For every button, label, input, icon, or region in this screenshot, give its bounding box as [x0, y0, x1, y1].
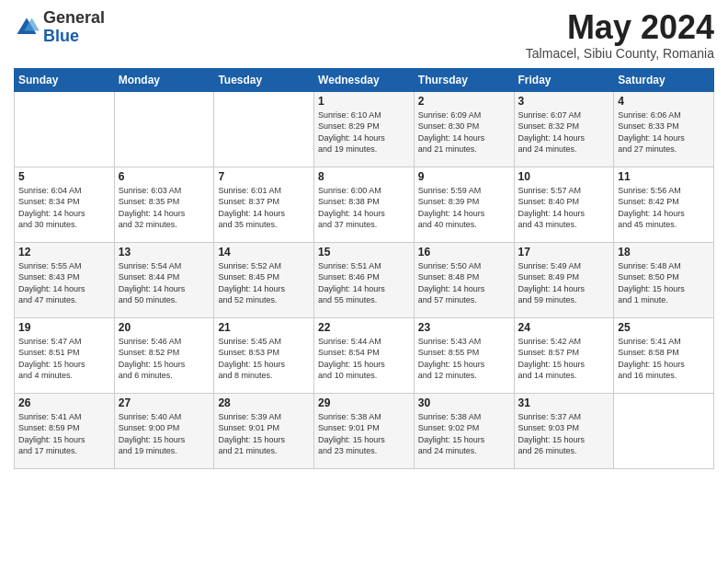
- calendar-cell: 7Sunrise: 6:01 AM Sunset: 8:37 PM Daylig…: [214, 167, 314, 242]
- day-header-friday: Friday: [514, 68, 614, 91]
- calendar-week-2: 5Sunrise: 6:04 AM Sunset: 8:34 PM Daylig…: [15, 167, 714, 242]
- calendar-cell: 17Sunrise: 5:49 AM Sunset: 8:49 PM Dayli…: [514, 242, 614, 317]
- calendar-week-5: 26Sunrise: 5:41 AM Sunset: 8:59 PM Dayli…: [15, 393, 714, 468]
- day-number: 2: [418, 95, 510, 108]
- month-year-title: May 2024: [526, 9, 714, 46]
- day-number: 14: [218, 246, 310, 259]
- day-number: 15: [318, 246, 410, 259]
- calendar-cell: 4Sunrise: 6:06 AM Sunset: 8:33 PM Daylig…: [614, 91, 714, 167]
- calendar-cell: 5Sunrise: 6:04 AM Sunset: 8:34 PM Daylig…: [15, 167, 115, 242]
- day-number: 25: [618, 321, 710, 334]
- calendar-cell: 27Sunrise: 5:40 AM Sunset: 9:00 PM Dayli…: [114, 393, 214, 468]
- title-block: May 2024 Talmacel, Sibiu County, Romania: [526, 9, 714, 61]
- day-number: 30: [418, 396, 510, 409]
- day-info: Sunrise: 5:57 AM Sunset: 8:40 PM Dayligh…: [518, 185, 610, 231]
- day-header-sunday: Sunday: [15, 68, 115, 91]
- day-number: 18: [618, 246, 710, 259]
- calendar-cell: 29Sunrise: 5:38 AM Sunset: 9:01 PM Dayli…: [314, 393, 415, 468]
- day-number: 29: [318, 396, 410, 409]
- calendar-cell: 3Sunrise: 6:07 AM Sunset: 8:32 PM Daylig…: [514, 91, 614, 167]
- day-info: Sunrise: 5:40 AM Sunset: 9:00 PM Dayligh…: [119, 411, 210, 457]
- day-info: Sunrise: 5:49 AM Sunset: 8:49 PM Dayligh…: [518, 260, 610, 306]
- day-number: 21: [218, 321, 310, 334]
- day-info: Sunrise: 6:04 AM Sunset: 8:34 PM Dayligh…: [18, 185, 110, 231]
- day-header-thursday: Thursday: [414, 68, 514, 91]
- calendar-body: 1Sunrise: 6:10 AM Sunset: 8:29 PM Daylig…: [15, 91, 714, 468]
- calendar-cell: [114, 91, 214, 167]
- day-header-tuesday: Tuesday: [214, 68, 314, 91]
- calendar-cell: [614, 393, 714, 468]
- day-info: Sunrise: 5:54 AM Sunset: 8:44 PM Dayligh…: [119, 260, 210, 306]
- calendar-cell: 1Sunrise: 6:10 AM Sunset: 8:29 PM Daylig…: [314, 91, 415, 167]
- day-number: 31: [518, 396, 610, 409]
- calendar-header: SundayMondayTuesdayWednesdayThursdayFrid…: [15, 68, 714, 91]
- calendar-cell: 15Sunrise: 5:51 AM Sunset: 8:46 PM Dayli…: [314, 242, 415, 317]
- day-number: 13: [119, 246, 210, 259]
- calendar-cell: 26Sunrise: 5:41 AM Sunset: 8:59 PM Dayli…: [15, 393, 115, 468]
- days-header-row: SundayMondayTuesdayWednesdayThursdayFrid…: [15, 68, 714, 91]
- page-header: General Blue May 2024 Talmacel, Sibiu Co…: [14, 9, 714, 61]
- day-number: 1: [318, 95, 410, 108]
- day-number: 23: [418, 321, 510, 334]
- calendar-cell: 30Sunrise: 5:38 AM Sunset: 9:02 PM Dayli…: [414, 393, 514, 468]
- day-number: 20: [119, 321, 210, 334]
- calendar-cell: 11Sunrise: 5:56 AM Sunset: 8:42 PM Dayli…: [614, 167, 714, 242]
- calendar-cell: 13Sunrise: 5:54 AM Sunset: 8:44 PM Dayli…: [114, 242, 214, 317]
- day-number: 28: [218, 396, 310, 409]
- day-info: Sunrise: 5:37 AM Sunset: 9:03 PM Dayligh…: [518, 411, 610, 457]
- day-number: 4: [618, 95, 710, 108]
- day-number: 12: [18, 246, 110, 259]
- day-info: Sunrise: 5:45 AM Sunset: 8:53 PM Dayligh…: [218, 336, 310, 382]
- day-number: 11: [618, 170, 710, 183]
- day-info: Sunrise: 5:50 AM Sunset: 8:48 PM Dayligh…: [418, 260, 510, 306]
- calendar-cell: 18Sunrise: 5:48 AM Sunset: 8:50 PM Dayli…: [614, 242, 714, 317]
- logo-blue-text: Blue: [43, 28, 105, 46]
- day-info: Sunrise: 6:01 AM Sunset: 8:37 PM Dayligh…: [218, 185, 310, 231]
- day-info: Sunrise: 5:39 AM Sunset: 9:01 PM Dayligh…: [218, 411, 310, 457]
- calendar-cell: 20Sunrise: 5:46 AM Sunset: 8:52 PM Dayli…: [114, 317, 214, 393]
- day-header-monday: Monday: [114, 68, 214, 91]
- day-number: 19: [18, 321, 110, 334]
- day-info: Sunrise: 5:38 AM Sunset: 9:01 PM Dayligh…: [318, 411, 410, 457]
- logo-text: General Blue: [43, 9, 105, 46]
- calendar-cell: 23Sunrise: 5:43 AM Sunset: 8:55 PM Dayli…: [414, 317, 514, 393]
- day-info: Sunrise: 6:06 AM Sunset: 8:33 PM Dayligh…: [618, 109, 710, 155]
- day-info: Sunrise: 5:52 AM Sunset: 8:45 PM Dayligh…: [218, 260, 310, 306]
- day-number: 9: [418, 170, 510, 183]
- calendar-cell: 25Sunrise: 5:41 AM Sunset: 8:58 PM Dayli…: [614, 317, 714, 393]
- day-info: Sunrise: 5:38 AM Sunset: 9:02 PM Dayligh…: [418, 411, 510, 457]
- day-number: 8: [318, 170, 410, 183]
- calendar-cell: 10Sunrise: 5:57 AM Sunset: 8:40 PM Dayli…: [514, 167, 614, 242]
- location-subtitle: Talmacel, Sibiu County, Romania: [526, 46, 714, 61]
- day-header-saturday: Saturday: [614, 68, 714, 91]
- calendar-cell: 24Sunrise: 5:42 AM Sunset: 8:57 PM Dayli…: [514, 317, 614, 393]
- calendar-cell: 12Sunrise: 5:55 AM Sunset: 8:43 PM Dayli…: [15, 242, 115, 317]
- calendar-week-1: 1Sunrise: 6:10 AM Sunset: 8:29 PM Daylig…: [15, 91, 714, 167]
- logo: General Blue: [14, 9, 105, 46]
- day-number: 24: [518, 321, 610, 334]
- day-number: 6: [119, 170, 210, 183]
- day-info: Sunrise: 6:10 AM Sunset: 8:29 PM Dayligh…: [318, 109, 410, 155]
- day-number: 10: [518, 170, 610, 183]
- calendar-week-4: 19Sunrise: 5:47 AM Sunset: 8:51 PM Dayli…: [15, 317, 714, 393]
- day-info: Sunrise: 5:59 AM Sunset: 8:39 PM Dayligh…: [418, 185, 510, 231]
- calendar-cell: 9Sunrise: 5:59 AM Sunset: 8:39 PM Daylig…: [414, 167, 514, 242]
- day-info: Sunrise: 5:41 AM Sunset: 8:59 PM Dayligh…: [18, 411, 110, 457]
- day-info: Sunrise: 5:47 AM Sunset: 8:51 PM Dayligh…: [18, 336, 110, 382]
- calendar-cell: 31Sunrise: 5:37 AM Sunset: 9:03 PM Dayli…: [514, 393, 614, 468]
- day-header-wednesday: Wednesday: [314, 68, 415, 91]
- day-info: Sunrise: 6:03 AM Sunset: 8:35 PM Dayligh…: [119, 185, 210, 231]
- day-info: Sunrise: 6:09 AM Sunset: 8:30 PM Dayligh…: [418, 109, 510, 155]
- calendar-week-3: 12Sunrise: 5:55 AM Sunset: 8:43 PM Dayli…: [15, 242, 714, 317]
- day-number: 7: [218, 170, 310, 183]
- logo-icon: [14, 15, 40, 40]
- day-info: Sunrise: 6:00 AM Sunset: 8:38 PM Dayligh…: [318, 185, 410, 231]
- day-info: Sunrise: 5:44 AM Sunset: 8:54 PM Dayligh…: [318, 336, 410, 382]
- day-number: 17: [518, 246, 610, 259]
- calendar-cell: 6Sunrise: 6:03 AM Sunset: 8:35 PM Daylig…: [114, 167, 214, 242]
- calendar-cell: 8Sunrise: 6:00 AM Sunset: 8:38 PM Daylig…: [314, 167, 415, 242]
- day-number: 16: [418, 246, 510, 259]
- calendar-cell: 19Sunrise: 5:47 AM Sunset: 8:51 PM Dayli…: [15, 317, 115, 393]
- calendar-cell: [15, 91, 115, 167]
- calendar-cell: 2Sunrise: 6:09 AM Sunset: 8:30 PM Daylig…: [414, 91, 514, 167]
